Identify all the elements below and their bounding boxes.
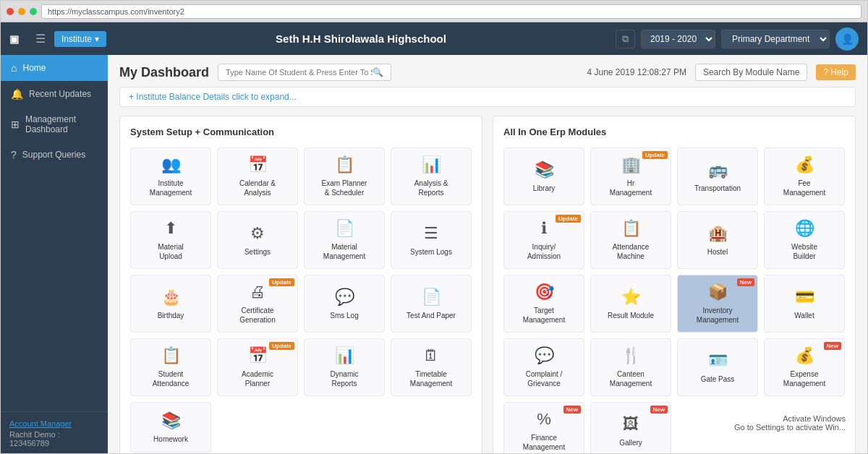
module-finance-management[interactable]: New % FinanceManagement xyxy=(503,402,584,454)
module-result-module[interactable]: ⭐ Result Module xyxy=(590,275,671,333)
module-system-logs[interactable]: ☰ System Logs xyxy=(391,211,472,269)
module-gate-pass[interactable]: 🪪 Gate Pass xyxy=(677,338,758,396)
institute-button[interactable]: Institute ▾ xyxy=(54,31,106,47)
module-dynamic-reports[interactable]: 📊 DynamicReports xyxy=(304,338,385,396)
module-library[interactable]: 📚 Library xyxy=(503,147,584,205)
hamburger-icon[interactable]: ☰ xyxy=(35,32,46,46)
canteen-label: CanteenManagement xyxy=(610,369,652,388)
module-material-upload[interactable]: ⬆ MaterialUpload xyxy=(130,211,211,269)
sidebar: ⌂ Home 🔔 Recent Updates ⊞ Management Das… xyxy=(1,55,108,454)
finance-label: FinanceManagement xyxy=(523,433,565,452)
account-manager-info: Rachit Demo : 123456789 xyxy=(9,430,99,447)
gallery-icon: 🖼 xyxy=(623,415,639,434)
module-hostel[interactable]: 🏨 Hostel xyxy=(677,211,758,269)
module-student-attendance[interactable]: 📋 StudentAttendance xyxy=(130,338,211,396)
material-mgmt-label: MaterialManagement xyxy=(323,242,365,261)
homework-label: Homework xyxy=(153,434,188,444)
sms-icon: 💬 xyxy=(335,288,354,307)
sidebar-item-support-queries-label: Support Queries xyxy=(22,150,85,160)
windows-notice: Activate Windows Go to Settings to activ… xyxy=(734,414,846,432)
module-settings[interactable]: ⚙ Settings xyxy=(217,211,298,269)
module-target-management[interactable]: 🎯 TargetManagement xyxy=(503,275,584,333)
module-canteen-management[interactable]: 🍴 CanteenManagement xyxy=(590,338,671,396)
external-link-button[interactable]: ⧉ xyxy=(616,30,635,48)
birthday-icon: 🎂 xyxy=(161,288,181,307)
module-test-paper[interactable]: 📄 Test And Paper xyxy=(391,275,472,333)
bell-icon: 🔔 xyxy=(11,88,23,100)
module-gallery[interactable]: New 🖼 Gallery xyxy=(590,402,671,454)
account-manager-link[interactable]: Account Manager xyxy=(9,419,99,428)
school-title: Seth H.H Shirolawala Highschool xyxy=(115,33,607,45)
module-fee-management[interactable]: 💰 FeeManagement xyxy=(764,147,845,205)
browser-toolbar: https://myclasscampus.com/inventory2 xyxy=(1,1,867,22)
institute-dropdown-icon: ▾ xyxy=(95,34,99,44)
expense-icon: 💰 xyxy=(795,346,814,365)
module-calendar-analysis[interactable]: 📅 Calendar &Analysis xyxy=(217,147,298,205)
result-label: Result Module xyxy=(608,311,654,320)
material-mgmt-icon: 📄 xyxy=(335,219,354,238)
library-label: Library xyxy=(533,184,556,193)
module-inquiry-admission[interactable]: Update ℹ Inquiry/Admission xyxy=(503,211,584,269)
dashboard-header: My Dashboard 🔍 4 June 2019 12:08:27 PM S… xyxy=(119,64,856,81)
analysis-label: Analysis &Reports xyxy=(414,179,448,197)
sidebar-item-home-label: Home xyxy=(22,63,46,73)
module-institute-management[interactable]: 👥 InstituteManagement xyxy=(130,147,211,205)
gate-label: Gate Pass xyxy=(701,374,735,384)
sidebar-item-management-dashboard-label: Management Dashboard xyxy=(25,114,98,134)
system-setup-grid: 👥 InstituteManagement 📅 Calendar &Analys… xyxy=(130,147,472,453)
module-website-builder[interactable]: 🌐 WebsiteBuilder xyxy=(764,211,845,269)
department-select[interactable]: Primary Department xyxy=(721,30,830,48)
module-timetable[interactable]: 🗓 TimetableManagement xyxy=(391,338,472,396)
academic-icon: 📅 xyxy=(248,346,268,365)
module-sms-log[interactable]: 💬 Sms Log xyxy=(304,275,385,333)
student-search-input[interactable] xyxy=(226,68,373,77)
sidebar-item-management-dashboard[interactable]: ⊞ Management Dashboard xyxy=(1,107,108,142)
module-expense-management[interactable]: New 💰 ExpenseManagement xyxy=(764,338,845,396)
student-attendance-label: StudentAttendance xyxy=(153,369,190,388)
exam-label: Exam Planner& Scheduler xyxy=(322,179,367,197)
help-button[interactable]: ? Help xyxy=(816,64,856,80)
transport-icon: 🚌 xyxy=(708,160,728,179)
sidebar-item-support-queries[interactable]: ? Support Queries xyxy=(1,142,108,168)
fee-icon: 💰 xyxy=(795,155,814,174)
library-icon: 📚 xyxy=(535,160,554,179)
page-title: My Dashboard xyxy=(119,65,209,80)
module-academic-planner[interactable]: Update 📅 AcademicPlanner xyxy=(217,338,298,396)
calendar-icon: 📅 xyxy=(248,155,268,174)
fee-label: FeeManagement xyxy=(783,179,825,197)
canteen-icon: 🍴 xyxy=(621,346,641,365)
hr-label: HrManagement xyxy=(610,179,652,197)
hr-icon: 🏢 xyxy=(621,155,641,174)
module-search-button[interactable]: Search By Module Name xyxy=(695,64,807,81)
module-homework[interactable]: 📚 Homework xyxy=(130,402,211,453)
erp-section: All In One Erp Modules 📚 Library Update … xyxy=(493,116,856,454)
module-transportation[interactable]: 🚌 Transportation xyxy=(677,147,758,205)
module-attendance-machine[interactable]: 📋 AttendanceMachine xyxy=(590,211,671,269)
expense-new-badge: New xyxy=(824,342,841,350)
academic-label: AcademicPlanner xyxy=(242,369,273,388)
module-analysis-reports[interactable]: 📊 Analysis &Reports xyxy=(391,147,472,205)
module-exam-planner[interactable]: 📋 Exam Planner& Scheduler xyxy=(304,147,385,205)
windows-notice-line1: Activate Windows xyxy=(734,414,846,423)
gallery-label: Gallery xyxy=(619,438,642,447)
avatar-button[interactable]: 👤 xyxy=(835,27,859,51)
module-material-management[interactable]: 📄 MaterialManagement xyxy=(304,211,385,269)
address-bar[interactable]: https://myclasscampus.com/inventory2 xyxy=(41,4,861,19)
balance-bar[interactable]: + Institute Balance Details click to exp… xyxy=(119,87,856,107)
grid-icon: ⊞ xyxy=(11,119,20,130)
sidebar-item-recent-updates[interactable]: 🔔 Recent Updates xyxy=(1,81,108,107)
module-complaint-grievance[interactable]: 💬 Complaint /Grievance xyxy=(503,338,584,396)
module-certificate[interactable]: Update 🖨 CertificateGeneration xyxy=(217,275,298,333)
module-hr-management[interactable]: Update 🏢 HrManagement xyxy=(590,147,671,205)
material-upload-label: MaterialUpload xyxy=(158,242,184,261)
module-birthday[interactable]: 🎂 Birthday xyxy=(130,275,211,333)
sidebar-item-home[interactable]: ⌂ Home xyxy=(1,55,108,81)
minimize-dot xyxy=(18,8,25,15)
result-icon: ⭐ xyxy=(621,288,641,307)
module-wallet[interactable]: 💳 Wallet xyxy=(764,275,845,333)
calendar-label: Calendar &Analysis xyxy=(239,179,276,197)
module-inventory-management[interactable]: New 📦 InventoryManagement xyxy=(677,275,758,333)
upload-icon: ⬆ xyxy=(164,219,177,238)
year-select[interactable]: 2019 - 2020 xyxy=(641,30,715,48)
main-layout: ⌂ Home 🔔 Recent Updates ⊞ Management Das… xyxy=(1,55,867,454)
